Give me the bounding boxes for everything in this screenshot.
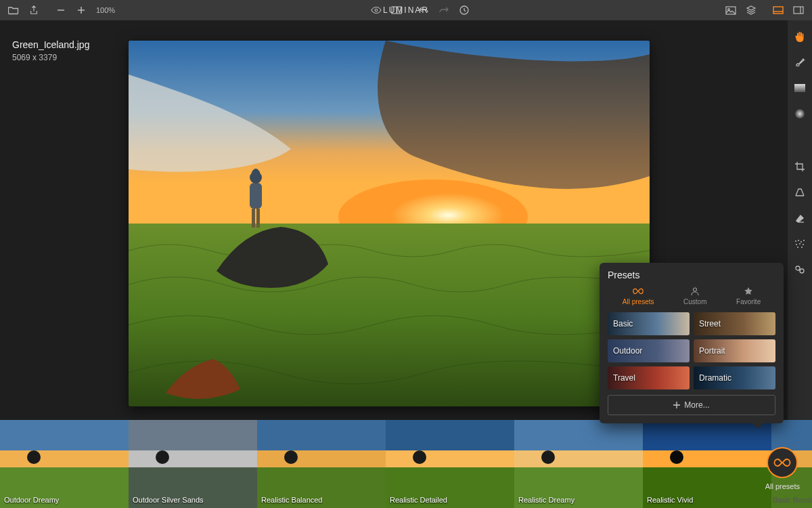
preset-category-outdoor[interactable]: Outdoor xyxy=(608,339,690,362)
svg-rect-5 xyxy=(773,7,783,14)
plus-icon xyxy=(673,402,680,408)
redo-icon[interactable] xyxy=(438,5,449,16)
filmstrip-overflow-label: Basic Boost xyxy=(773,496,812,504)
file-dimensions: 5069 x 3379 xyxy=(12,53,89,62)
svg-point-14 xyxy=(694,288,697,291)
svg-point-39 xyxy=(284,450,298,464)
eye-icon[interactable] xyxy=(371,5,382,16)
side-panel-toggle-icon[interactable] xyxy=(793,5,804,16)
star-icon xyxy=(743,286,754,297)
infinity-icon xyxy=(767,447,798,478)
radial-tool-icon[interactable] xyxy=(793,107,807,121)
svg-rect-10 xyxy=(250,183,262,209)
transform-tool-icon[interactable] xyxy=(793,186,807,199)
presets-tab-favorite[interactable]: Favorite xyxy=(736,286,761,305)
share-icon[interactable] xyxy=(28,5,39,16)
app-title: LUMINAR xyxy=(383,5,429,15)
svg-point-17 xyxy=(795,240,796,242)
presets-title: Presets xyxy=(608,270,775,280)
zoom-in-icon[interactable] xyxy=(76,5,87,16)
filmstrip: Outdoor Dreamy Outdoor Silver Sands Real… xyxy=(0,420,812,508)
svg-point-23 xyxy=(803,244,804,245)
denoise-tool-icon[interactable] xyxy=(793,237,807,251)
brush-tool-icon[interactable] xyxy=(793,56,807,69)
preset-category-basic[interactable]: Basic xyxy=(608,312,690,335)
presets-popover: Presets All presets Custom Favorite Basi… xyxy=(600,263,784,423)
preset-thumb[interactable]: Realistic Balanced xyxy=(257,420,386,508)
right-toolstrip xyxy=(788,20,812,420)
file-info: Green_Iceland.jpg 5069 x 3379 xyxy=(12,39,89,62)
top-toolbar: 100% LUMINAR xyxy=(0,0,812,20)
preset-category-dramatic[interactable]: Dramatic xyxy=(694,366,775,389)
svg-point-35 xyxy=(156,450,169,464)
crop-tool-icon[interactable] xyxy=(793,160,807,173)
svg-rect-6 xyxy=(794,7,803,14)
svg-point-43 xyxy=(413,450,426,464)
svg-point-25 xyxy=(801,247,803,248)
svg-point-21 xyxy=(796,244,797,245)
svg-point-0 xyxy=(375,9,378,12)
presets-panel-toggle-icon[interactable] xyxy=(773,5,784,16)
all-presets-button[interactable]: All presets xyxy=(765,447,800,490)
svg-point-24 xyxy=(797,247,798,248)
svg-rect-15 xyxy=(794,84,805,92)
gradient-tool-icon[interactable] xyxy=(793,81,807,95)
file-name: Green_Iceland.jpg xyxy=(12,39,89,50)
preset-thumb[interactable]: Realistic Vivid xyxy=(643,420,771,508)
hand-tool-icon[interactable] xyxy=(793,30,807,43)
zoom-out-icon[interactable] xyxy=(55,5,66,16)
user-icon xyxy=(690,286,700,297)
svg-point-16 xyxy=(795,109,805,119)
folder-open-icon[interactable] xyxy=(8,5,19,16)
preset-category-street[interactable]: Street xyxy=(694,312,775,335)
svg-point-22 xyxy=(799,243,800,245)
svg-point-19 xyxy=(800,241,802,242)
presets-more-button[interactable]: More... xyxy=(608,395,775,415)
svg-point-31 xyxy=(27,450,41,464)
history-icon[interactable] xyxy=(459,5,470,16)
preset-category-portrait[interactable]: Portrait xyxy=(694,339,775,362)
image-icon[interactable] xyxy=(725,5,736,16)
preset-thumb[interactable]: Realistic Dreamy xyxy=(514,420,643,508)
presets-tab-custom[interactable]: Custom xyxy=(683,286,706,305)
presets-tab-all[interactable]: All presets xyxy=(623,286,654,305)
layers-icon[interactable] xyxy=(746,5,757,16)
svg-point-51 xyxy=(670,450,683,464)
svg-point-47 xyxy=(541,450,555,464)
svg-point-18 xyxy=(798,240,799,241)
eraser-tool-icon[interactable] xyxy=(793,211,807,225)
svg-rect-11 xyxy=(252,209,255,228)
zoom-level: 100% xyxy=(96,6,115,14)
preset-thumb[interactable]: Outdoor Dreamy xyxy=(0,420,129,508)
svg-point-20 xyxy=(803,240,805,241)
preset-thumb[interactable]: Outdoor Silver Sands xyxy=(129,420,257,508)
main-photo[interactable] xyxy=(129,41,650,406)
preset-category-travel[interactable]: Travel xyxy=(608,366,690,389)
clone-tool-icon[interactable] xyxy=(793,263,807,276)
infinity-icon xyxy=(633,286,644,297)
preset-thumb[interactable]: Realistic Detailed xyxy=(386,420,514,508)
svg-rect-12 xyxy=(256,209,260,228)
